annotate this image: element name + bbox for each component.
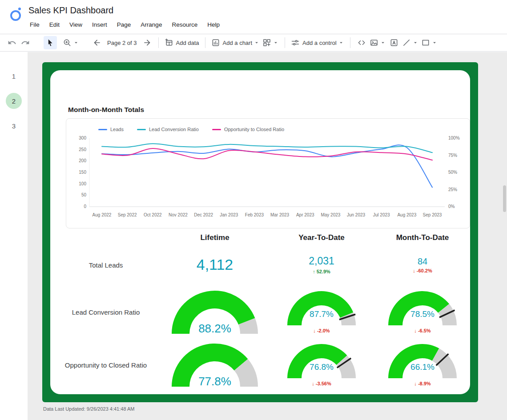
kpi-corner bbox=[50, 231, 161, 244]
kpi-cell: 84↓ -60.2% bbox=[375, 244, 470, 285]
page-thumbnail-3[interactable]: 3 bbox=[6, 118, 22, 134]
chart-legend: LeadsLead Conversion RatioOpportunity to… bbox=[98, 127, 284, 132]
select-tool-button[interactable] bbox=[44, 36, 57, 49]
menu-item-file[interactable]: File bbox=[25, 20, 44, 30]
menu-bar: FileEditViewInsertPageArrangeResourceHel… bbox=[25, 20, 225, 30]
text-tool-button[interactable] bbox=[387, 36, 401, 49]
kpi-row-label: Lead Conversion Ratio bbox=[50, 285, 161, 339]
menu-item-view[interactable]: View bbox=[64, 20, 87, 30]
caret-down-icon bbox=[73, 40, 79, 46]
image-tool-button[interactable] bbox=[368, 36, 387, 49]
svg-text:100: 100 bbox=[79, 181, 86, 186]
gauge-value: 77.8% bbox=[170, 375, 259, 388]
svg-text:100%: 100% bbox=[448, 136, 460, 140]
zoom-tool-button[interactable] bbox=[61, 36, 80, 49]
page-forward-button[interactable] bbox=[141, 36, 154, 49]
legend-item: Opportunity to Closed Ratio bbox=[212, 127, 284, 132]
vertical-scrollbar[interactable] bbox=[503, 185, 506, 212]
svg-text:Aug 2023: Aug 2023 bbox=[397, 212, 416, 217]
gauge-delta: ↓ -3.56% bbox=[286, 381, 357, 386]
gauge-delta: ↓ -6.5% bbox=[387, 328, 458, 333]
menu-item-help[interactable]: Help bbox=[202, 20, 225, 30]
embed-code-button[interactable] bbox=[355, 36, 368, 49]
svg-text:Nov 2022: Nov 2022 bbox=[169, 212, 188, 217]
gauge-chart[interactable] bbox=[387, 289, 458, 327]
svg-text:0%: 0% bbox=[448, 204, 455, 209]
kpi-value[interactable]: 4,112 bbox=[197, 256, 233, 273]
menu-item-resource[interactable]: Resource bbox=[167, 20, 202, 30]
page-indicator[interactable]: Page 2 of 3 bbox=[107, 40, 137, 46]
cursor-icon bbox=[46, 38, 55, 47]
menu-item-page[interactable]: Page bbox=[112, 20, 136, 30]
line-tool-button[interactable] bbox=[401, 36, 420, 49]
kpi-value[interactable]: 2,031 bbox=[309, 256, 334, 267]
gauge-delta: ↓ -8.9% bbox=[387, 381, 458, 386]
menu-item-arrange[interactable]: Arrange bbox=[136, 20, 167, 30]
svg-text:300: 300 bbox=[79, 136, 86, 140]
add-chart-label: Add a chart bbox=[223, 40, 253, 46]
menu-item-edit[interactable]: Edit bbox=[44, 20, 64, 30]
gauge-chart[interactable] bbox=[286, 289, 357, 327]
kpi-column-header: Year-To-Date bbox=[268, 231, 375, 244]
caret-down-icon bbox=[273, 40, 279, 46]
gauge-value: 76.8% bbox=[286, 362, 357, 372]
arrow-forward-icon bbox=[143, 38, 152, 47]
kpi-row-label: Total Leads bbox=[50, 244, 161, 285]
gauge-value: 78.5% bbox=[387, 309, 458, 319]
page-rail: 123 bbox=[0, 52, 28, 420]
svg-text:Sep 2022: Sep 2022 bbox=[118, 212, 137, 217]
kpi-cell: 2,031↑ 52.9% bbox=[268, 244, 375, 285]
page-thumbnail-1[interactable]: 1 bbox=[6, 68, 22, 84]
page-back-button[interactable] bbox=[90, 36, 104, 49]
kpi-cell: 87.7%↓ -2.0% bbox=[268, 285, 375, 339]
svg-text:50: 50 bbox=[81, 192, 87, 197]
app-header: Sales KPI Dashboard FileEditViewInsertPa… bbox=[0, 0, 507, 34]
redo-button[interactable] bbox=[19, 36, 32, 49]
gauge[interactable]: 76.8%↓ -3.56% bbox=[286, 342, 357, 388]
rectangle-shape-icon bbox=[421, 38, 430, 47]
svg-text:150: 150 bbox=[79, 170, 86, 175]
gauge[interactable]: 66.1%↓ -8.9% bbox=[387, 342, 458, 388]
gauge-value: 88.2% bbox=[170, 322, 259, 336]
arrow-back-icon bbox=[93, 38, 101, 47]
gauge[interactable]: 78.5%↓ -6.5% bbox=[387, 289, 458, 335]
toolbar-divider bbox=[350, 37, 350, 48]
chart-card[interactable]: LeadsLead Conversion RatioOpportunity to… bbox=[66, 118, 470, 228]
report-page[interactable]: Month-on-Month Totals LeadsLead Conversi… bbox=[42, 62, 478, 402]
svg-text:0: 0 bbox=[84, 204, 86, 209]
legend-swatch bbox=[212, 129, 221, 130]
add-control-button[interactable]: Add a control bbox=[290, 36, 346, 49]
chart-title: Month-on-Month Totals bbox=[68, 106, 144, 114]
kpi-cell: 4,112 bbox=[161, 244, 268, 285]
code-icon bbox=[357, 38, 366, 47]
legend-label: Opportunity to Closed Ratio bbox=[224, 127, 284, 132]
undo-button[interactable] bbox=[5, 36, 19, 49]
svg-text:Jan 2023: Jan 2023 bbox=[220, 212, 238, 217]
svg-text:Sep 2023: Sep 2023 bbox=[423, 212, 442, 217]
add-chart-button[interactable]: Add a chart bbox=[210, 36, 262, 49]
caret-down-icon bbox=[338, 40, 344, 46]
gauge[interactable]: 88.2% bbox=[170, 288, 259, 336]
gauge-chart[interactable] bbox=[286, 342, 357, 380]
caret-down-icon bbox=[412, 40, 418, 46]
kpi-value[interactable]: 84 bbox=[418, 256, 427, 266]
kpi-cell: 77.8% bbox=[161, 339, 268, 391]
report-title[interactable]: Sales KPI Dashboard bbox=[28, 5, 113, 16]
kpi-cell: 88.2% bbox=[161, 285, 268, 339]
legend-label: Leads bbox=[110, 127, 124, 132]
menu-item-insert[interactable]: Insert bbox=[87, 20, 112, 30]
kpi-delta: ↓ -60.2% bbox=[413, 268, 432, 273]
svg-text:Dec 2022: Dec 2022 bbox=[194, 212, 213, 217]
gauge[interactable]: 77.8% bbox=[170, 341, 259, 388]
add-visualization-button[interactable] bbox=[261, 36, 280, 49]
bar-chart-icon bbox=[211, 38, 220, 47]
caret-down-icon bbox=[431, 40, 438, 46]
page-thumbnail-2[interactable]: 2 bbox=[6, 93, 22, 109]
gauge[interactable]: 87.7%↓ -2.0% bbox=[286, 289, 357, 335]
add-data-button[interactable]: Add data bbox=[163, 36, 201, 49]
line-chart[interactable]: 300250200150100500100%75%50%25%0%Aug 202… bbox=[72, 136, 465, 224]
shape-tool-button[interactable] bbox=[420, 36, 439, 49]
gauge-chart[interactable] bbox=[387, 342, 458, 380]
gauge-value: 87.7% bbox=[286, 309, 357, 319]
svg-text:May 2023: May 2023 bbox=[321, 212, 340, 217]
